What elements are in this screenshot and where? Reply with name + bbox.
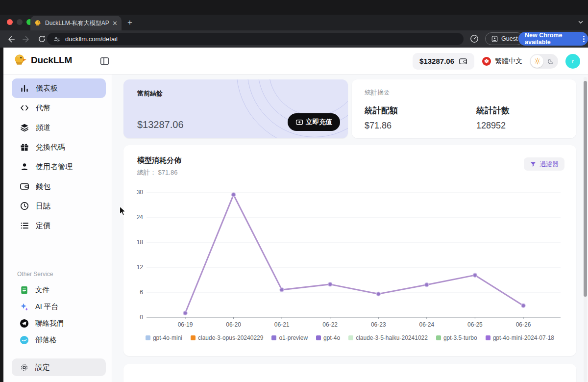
forward-icon[interactable] — [22, 34, 31, 44]
header-right: $13287.06 ✽ 繁體中文 — [413, 48, 580, 75]
svg-text:06-26: 06-26 — [516, 321, 531, 328]
user-avatar[interactable]: r — [565, 54, 580, 69]
next-card-partial — [123, 364, 576, 382]
header-balance-button[interactable]: $13287.06 — [413, 53, 474, 70]
user-icon — [20, 162, 29, 172]
brand[interactable]: DuckLLM — [13, 53, 72, 67]
legend-label: gpt-4o-mini-2024-07-18 — [493, 334, 554, 341]
svg-text:06-23: 06-23 — [371, 321, 386, 328]
chart-subtitle: 總計： $71.86 — [137, 168, 177, 177]
legend-item[interactable]: gpt-3.5-turbo — [436, 334, 477, 341]
url-bar[interactable]: duckllm.com/detail — [47, 33, 464, 45]
main-content: 當前結餘 $13287.06 立即充值 統計摘要 統計配額 $71.86 統計計… — [112, 75, 588, 382]
language-label: 繁體中文 — [495, 57, 522, 66]
sidebar-item-dashboard[interactable]: 儀表板 — [12, 78, 106, 98]
tab-close-icon[interactable]: ✕ — [112, 20, 118, 27]
app-window: DuckLLM $13287.06 ✽ 繁體中文 — [3, 48, 588, 382]
sidebar-item-redeem-codes[interactable]: 兌換代碼 — [12, 137, 106, 157]
svg-text:✽: ✽ — [484, 58, 489, 65]
stat-quota-value: $71.86 — [365, 121, 476, 131]
tab-title: DuckLLM-私有大模型API网关 — [45, 19, 109, 27]
layers-icon — [20, 123, 29, 132]
sidebar-item-channels[interactable]: 頻道 — [12, 118, 106, 137]
guest-profile-button[interactable]: Guest — [485, 32, 523, 45]
telegram-icon — [20, 319, 29, 328]
bar-chart-icon — [20, 83, 29, 93]
light-mode-button[interactable] — [531, 55, 543, 68]
sidebar-item-wallet[interactable]: 錢包 — [12, 177, 106, 196]
browser-tabstrip: DuckLLM-私有大模型API网关 ✕ + — [0, 15, 588, 30]
sidebar-item-blog[interactable]: 部落格 — [12, 331, 106, 348]
gear-icon — [20, 363, 29, 372]
legend-label: gpt-4o — [323, 334, 340, 341]
sidebar-item-label: AI 平台 — [35, 302, 58, 311]
chart-card: 模型消耗分佈 總計： $71.86 過濾器 061218243006-1906-… — [123, 145, 576, 356]
legend-item[interactable]: o1-preview — [271, 334, 308, 341]
sidebar-item-label: 定價 — [36, 221, 50, 230]
blog-icon — [20, 335, 29, 345]
legend-item[interactable]: gpt-4o-mini — [146, 334, 182, 341]
sidebar-item-label: 兌換代碼 — [36, 143, 65, 152]
performance-icon[interactable] — [469, 34, 479, 44]
legend-item[interactable]: gpt-4o-mini-2024-07-18 — [486, 334, 554, 341]
dark-mode-button[interactable] — [544, 55, 557, 68]
recharge-button[interactable]: 立即充值 — [288, 113, 340, 131]
minimize-window-button[interactable] — [17, 19, 23, 25]
legend-label: gpt-3.5-turbo — [443, 334, 477, 341]
site-settings-icon[interactable] — [53, 35, 61, 43]
sidebar-item-label: 日誌 — [36, 202, 50, 211]
legend-item[interactable]: gpt-4o — [316, 334, 340, 341]
sidebar-item-label: 頻道 — [36, 123, 50, 132]
browser-menu-icon[interactable] — [583, 36, 585, 42]
sidebar-item-label: 文件 — [35, 285, 49, 295]
chrome-update-button[interactable]: New Chrome available — [518, 32, 588, 46]
app-header: DuckLLM $13287.06 ✽ 繁體中文 — [3, 48, 588, 75]
close-window-button[interactable] — [7, 19, 13, 25]
legend-swatch — [486, 335, 490, 340]
language-selector[interactable]: ✽ 繁體中文 — [482, 56, 522, 66]
sidebar-item-pricing[interactable]: 定價 — [12, 216, 106, 235]
theme-toggle — [530, 54, 558, 69]
legend-item[interactable]: claude-3-5-haiku-20241022 — [348, 334, 428, 341]
filter-button[interactable]: 過濾器 — [524, 157, 564, 171]
legend-swatch — [316, 335, 321, 340]
browser-toolbar: duckllm.com/detail Guest New Chrome avai… — [0, 30, 588, 48]
new-tab-button[interactable]: + — [127, 19, 132, 26]
sidebar-item-settings[interactable]: 設定 — [12, 358, 106, 376]
sidebar-item-tokens[interactable]: 代幣 — [12, 98, 106, 118]
stat-count: 統計計數 128952 — [476, 105, 564, 131]
chart-legend: gpt-4o-mini claude-3-opus-20240229 o1-pr… — [123, 334, 576, 341]
legend-swatch — [436, 335, 441, 340]
page-scrollbar — [584, 77, 587, 382]
brand-name: DuckLLM — [31, 55, 72, 66]
svg-text:06-21: 06-21 — [274, 321, 290, 328]
chart-title: 模型消耗分佈 — [137, 156, 181, 165]
legend-swatch — [191, 335, 196, 340]
sidebar-item-user-management[interactable]: 使用者管理 — [12, 157, 106, 177]
tab-search-chevron-icon[interactable] — [577, 19, 584, 25]
back-icon[interactable] — [6, 34, 16, 44]
svg-text:06-19: 06-19 — [178, 321, 193, 328]
sidebar-item-contact-us[interactable]: 聯絡我們 — [12, 315, 106, 331]
sidebar-item-logs[interactable]: 日誌 — [12, 196, 106, 216]
balance-title: 當前結餘 — [137, 89, 163, 98]
tab-favicon-duck-icon — [34, 20, 42, 27]
sidebar-toggle-icon[interactable] — [99, 56, 110, 66]
legend-item[interactable]: claude-3-opus-20240229 — [191, 334, 263, 341]
browser-tab[interactable]: DuckLLM-私有大模型API网关 ✕ — [30, 16, 122, 30]
sidebar-item-label: 代幣 — [36, 103, 50, 113]
sidebar: 儀表板 代幣 頻道 兌換代碼 使用者管理 錢包 — [3, 75, 112, 382]
gift-icon — [20, 142, 29, 152]
sidebar-item-label: 部落格 — [35, 335, 57, 345]
reload-icon[interactable] — [37, 34, 47, 44]
avatar-initial: r — [572, 58, 574, 64]
duck-logo-icon — [13, 53, 27, 67]
legend-label: claude-3-5-haiku-20241022 — [356, 334, 428, 341]
sidebar-item-docs[interactable]: 文件 — [12, 281, 106, 298]
svg-text:30: 30 — [137, 189, 144, 196]
svg-text:06-24: 06-24 — [419, 321, 434, 328]
stats-title: 統計摘要 — [365, 88, 564, 97]
consumption-line-chart[interactable]: 061218243006-1906-2006-2106-2206-2306-24… — [135, 187, 564, 334]
scrollbar-thumb[interactable] — [584, 81, 587, 297]
sidebar-item-ai-platform[interactable]: AI 平台 — [12, 298, 106, 315]
